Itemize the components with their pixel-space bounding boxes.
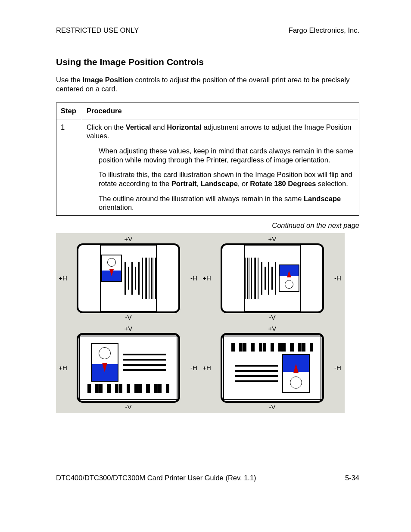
procedure-cell: Click on the Vertical and Horizontal adj… — [82, 119, 359, 215]
label-plus-v: +V — [125, 235, 133, 243]
orientation-diagram: +V +H -H -V +V +H — [56, 233, 345, 413]
card-outline — [221, 333, 324, 403]
continued-note: Continued on the next page — [56, 221, 359, 230]
person-icon — [282, 354, 310, 393]
header-right: Fargo Electronics, Inc. — [289, 26, 359, 35]
label-minus-h: -H — [190, 274, 197, 283]
page-title: Using the Image Position Controls — [56, 56, 359, 68]
card-outline — [221, 243, 324, 313]
barcode-icon — [87, 384, 169, 393]
card-outline — [77, 333, 180, 403]
text-lines-icon — [125, 262, 140, 295]
diagram-landscape-180: +V +H -H -V — [202, 324, 343, 411]
text-lines-icon — [235, 365, 278, 382]
person-icon — [91, 343, 118, 382]
diagram-portrait-180: +V +H -H -V — [202, 235, 343, 322]
header-left: RESTRICTED USE ONLY — [56, 26, 139, 35]
barcode-icon — [231, 343, 313, 352]
procedure-table: Step Procedure 1 Click on the Vertical a… — [56, 103, 359, 216]
step-number: 1 — [56, 119, 82, 215]
barcode-icon — [142, 258, 156, 299]
card-outline — [77, 243, 180, 313]
footer-left: DTC400/DTC300/DTC300M Card Printer User … — [56, 473, 256, 482]
diagram-landscape: +V +H -H -V — [58, 324, 199, 411]
person-icon — [101, 255, 122, 282]
col-procedure: Procedure — [82, 103, 359, 119]
diagram-portrait: +V +H -H -V — [58, 235, 199, 322]
text-lines-icon — [262, 262, 277, 295]
label-minus-v: -V — [125, 314, 132, 322]
intro-paragraph: Use the Image Position controls to adjus… — [56, 75, 359, 93]
barcode-icon — [245, 258, 259, 299]
person-icon — [279, 264, 300, 292]
footer-page: 5-34 — [345, 473, 359, 482]
label-plus-h: +H — [59, 274, 67, 283]
col-step: Step — [56, 103, 82, 119]
text-lines-icon — [123, 354, 166, 371]
